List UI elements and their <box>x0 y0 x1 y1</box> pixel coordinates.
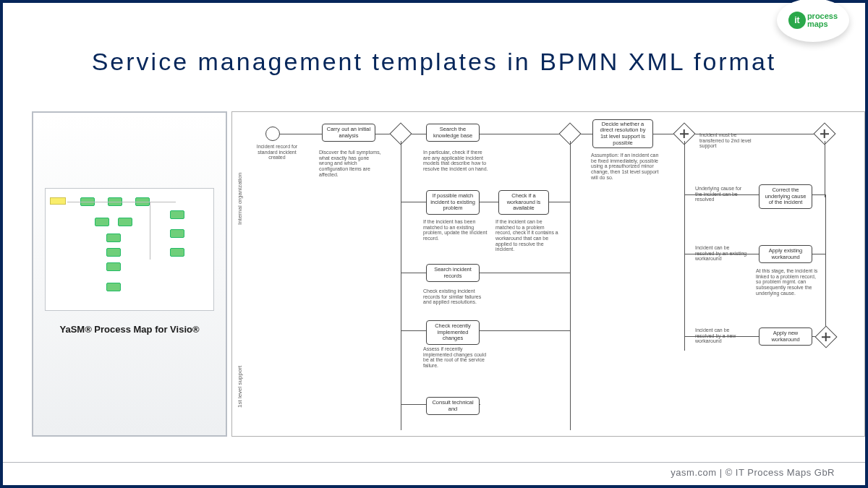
note-kb: In particular, check if there are any ap… <box>423 150 488 172</box>
note-decide: Assumption: If an incident can be fixed … <box>591 153 659 180</box>
edge <box>570 141 571 430</box>
visio-thumbnail <box>45 188 214 311</box>
edge <box>825 141 825 197</box>
task-check-changes: Check recently implemented changes <box>426 320 480 345</box>
task-initial-analysis: Carry out an initial analysis <box>322 124 375 142</box>
note-analysis: Discover the full symptoms, what exactly… <box>319 150 384 177</box>
edge <box>684 194 760 195</box>
edge <box>401 141 401 430</box>
edge <box>684 336 760 337</box>
logo-badge: it process maps <box>777 0 849 42</box>
footer-text: yasm.com | © IT Process Maps GbR <box>3 462 865 482</box>
task-workaround-check: Check if a workaround is available <box>498 190 549 215</box>
bpmn-diagram: Internal organization 1st level support … <box>231 111 865 437</box>
note-match: If the incident has been matched to an e… <box>423 219 488 241</box>
task-apply-existing: Apply existing workaround <box>759 245 812 263</box>
task-search-kb: Search the knowledge base <box>426 124 480 142</box>
page-title: Service management templates in BPMN XML… <box>3 48 865 76</box>
start-event-icon <box>265 127 280 141</box>
task-match-incident: If possible match incident to existing p… <box>426 190 480 215</box>
lane-internal: Internal organization <box>237 141 245 257</box>
logo-text-2: maps <box>807 20 838 28</box>
task-apply-new: Apply new workaround <box>759 328 812 346</box>
edge <box>684 141 685 351</box>
task-search-incidents: Search incident records <box>426 264 480 282</box>
note-check-changes: Assess if recently implemented changes c… <box>423 346 488 369</box>
task-correct-cause: Correct the underlying cause of the inci… <box>759 184 812 209</box>
visio-caption: YaSM® Process Map for Visio® <box>59 324 199 335</box>
edge <box>812 194 825 195</box>
edge <box>549 202 571 202</box>
edge <box>480 330 571 331</box>
gateway-merge-right-icon <box>814 325 837 348</box>
start-note: Incident record for standard incident cr… <box>255 144 299 160</box>
logo-it-icon: it <box>788 12 806 29</box>
edge <box>684 254 760 254</box>
edge <box>812 254 825 254</box>
task-decide: Decide whether a direct resolution by 1s… <box>592 119 653 148</box>
note-apply-existing: At this stage, the incident is linked to… <box>756 268 821 296</box>
note-wa-check: If the incident can be matched to a prob… <box>495 219 561 252</box>
note-search-inc: Check existing incident records for simi… <box>423 288 488 305</box>
edge <box>825 194 826 346</box>
lane-1st-level: 1st level support <box>237 351 245 423</box>
visio-card: YaSM® Process Map for Visio® <box>32 111 227 437</box>
edge <box>480 273 571 273</box>
label-transfer: Incident must be transferred to 2nd leve… <box>699 132 756 149</box>
task-consult: Consult technical and <box>426 397 480 415</box>
